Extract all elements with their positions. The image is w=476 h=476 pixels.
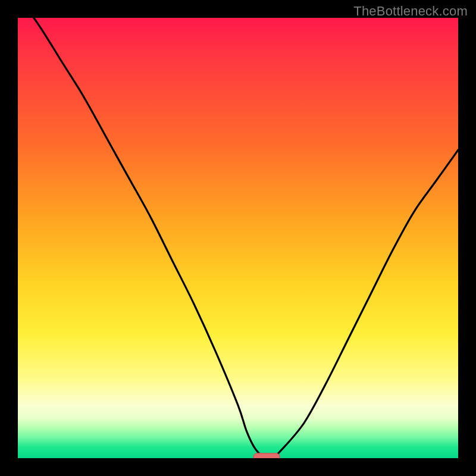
optimum-marker xyxy=(18,18,458,458)
svg-rect-0 xyxy=(253,453,280,458)
chart-frame: TheBottleneck.com xyxy=(0,0,476,476)
plot-area xyxy=(18,18,458,458)
watermark-text: TheBottleneck.com xyxy=(353,4,468,19)
